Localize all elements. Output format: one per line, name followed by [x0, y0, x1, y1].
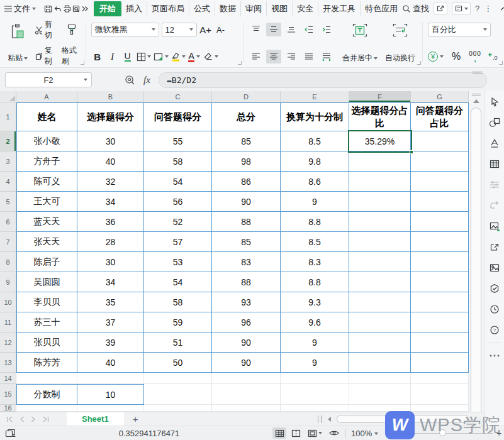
align-left-button[interactable] [249, 50, 264, 63]
cell-B10[interactable]: 35 [77, 292, 144, 312]
cell-E6[interactable]: 8.8 [281, 212, 349, 232]
italic-button[interactable]: I [106, 50, 119, 63]
cell-C1[interactable]: 问答题得分 [144, 102, 212, 131]
cell-G10[interactable] [411, 292, 469, 312]
cell-G11[interactable] [411, 312, 469, 333]
align-middle-button[interactable] [266, 23, 281, 36]
fill-color-button[interactable] [154, 50, 169, 63]
cell-F7[interactable] [349, 232, 411, 252]
insert-function-button[interactable]: fx [143, 75, 150, 85]
cell-D16[interactable] [212, 405, 281, 412]
zoom-level-button[interactable]: 100% [351, 429, 378, 438]
sliders-icon[interactable] [489, 179, 500, 190]
cell-C15[interactable] [144, 384, 212, 405]
distribute-button[interactable] [319, 50, 334, 63]
cell-C7[interactable]: 57 [144, 232, 212, 252]
first-sheet-icon[interactable] [6, 416, 13, 422]
scroll-left-arrow[interactable] [328, 417, 331, 422]
cell-F14[interactable] [349, 373, 411, 384]
row-header-10[interactable]: 10 [0, 292, 16, 312]
cell-E13[interactable]: 9 [281, 353, 349, 373]
cell-D11[interactable]: 96 [212, 312, 281, 333]
cell-D12[interactable]: 90 [212, 333, 281, 353]
highlight-color-button[interactable] [171, 50, 186, 63]
cell-E16[interactable] [281, 405, 349, 412]
formula-input[interactable]: =B2/D2 [159, 72, 487, 88]
row-header-14[interactable]: 14 [0, 373, 16, 384]
select-all-corner[interactable] [0, 91, 16, 102]
cell-F2[interactable]: 35.29% [349, 131, 411, 151]
row-header-13[interactable]: 13 [0, 353, 16, 373]
font-name-select[interactable]: 微软雅黑 [91, 23, 159, 37]
scroll-up-arrow[interactable] [473, 99, 479, 103]
save-template-button[interactable] [452, 3, 471, 15]
file-menu-button[interactable]: 文件 [13, 3, 37, 14]
cell-G12[interactable] [411, 333, 469, 353]
cell-B6[interactable]: 36 [77, 212, 144, 232]
comma-style-button[interactable]: 000, [469, 50, 481, 63]
cell-F3[interactable] [349, 151, 411, 172]
align-right-button[interactable] [284, 50, 299, 63]
cell-G15[interactable] [411, 384, 469, 405]
ribbon-tab-页面布局[interactable]: 页面布局 [147, 1, 189, 16]
reading-view-button[interactable] [327, 427, 341, 439]
grow-font-button[interactable]: A+ [199, 23, 212, 36]
ribbon-tab-视图[interactable]: 视图 [266, 1, 292, 16]
cell-C9[interactable]: 54 [144, 272, 212, 292]
cell-G8[interactable] [411, 252, 469, 272]
cell-B2[interactable]: 30 [77, 131, 144, 151]
redo-arrow-icon[interactable] [489, 200, 500, 211]
cell-F13[interactable] [349, 353, 411, 373]
bold-button[interactable]: B [91, 50, 104, 63]
column-header-G[interactable]: G [411, 91, 469, 102]
cell-D15[interactable] [212, 384, 281, 405]
cell-C11[interactable]: 59 [144, 312, 212, 333]
cell-B1[interactable]: 选择题得分 [77, 102, 144, 131]
ribbon-tab-开发工具[interactable]: 开发工具 [318, 1, 360, 16]
cell-E15[interactable] [281, 384, 349, 405]
cell-A3[interactable]: 方舟子 [16, 151, 77, 172]
print-preview-icon[interactable] [72, 3, 81, 15]
increase-indent-button[interactable] [319, 23, 334, 36]
cell-E7[interactable]: 8.5 [281, 232, 349, 252]
column-header-B[interactable]: B [77, 91, 144, 102]
row-header-4[interactable]: 4 [0, 172, 16, 192]
ribbon-tab-安全[interactable]: 安全 [292, 1, 318, 16]
cell-C14[interactable] [144, 373, 212, 384]
cell-C6[interactable]: 52 [144, 212, 212, 232]
column-header-C[interactable]: C [144, 91, 212, 102]
merge-center-button[interactable]: 合并居中 [340, 21, 379, 65]
cell-E10[interactable]: 9.3 [281, 292, 349, 312]
row-header-7[interactable]: 7 [0, 232, 16, 252]
cell-F11[interactable] [349, 312, 411, 333]
ribbon-tab-开始[interactable]: 开始 [94, 1, 121, 16]
next-sheet-icon[interactable] [31, 416, 36, 422]
share-icon[interactable] [489, 241, 500, 253]
cell-E8[interactable]: 8.3 [281, 252, 349, 272]
help-circle-icon[interactable]: ? [489, 324, 500, 336]
cell-A9[interactable]: 吴圆圆 [16, 272, 77, 292]
ribbon-tab-审阅[interactable]: 审阅 [240, 1, 266, 16]
select-cursor-icon[interactable] [489, 96, 500, 107]
history-icon[interactable] [489, 304, 500, 315]
cell-C16[interactable] [144, 405, 212, 412]
cell-D4[interactable]: 86 [212, 172, 281, 192]
cell-B13[interactable]: 40 [77, 353, 144, 373]
vertical-scroll-thumb[interactable] [471, 107, 481, 440]
cell-G1[interactable]: 问答题得分占比 [411, 102, 469, 131]
cell-F1[interactable]: 选择题得分占比 [349, 102, 411, 131]
share-button[interactable] [434, 3, 447, 15]
cell-C2[interactable]: 55 [144, 131, 212, 151]
cell-B15[interactable]: 10 [77, 384, 144, 405]
row-header-11[interactable]: 11 [0, 312, 16, 333]
cell-A1[interactable]: 姓名 [16, 102, 77, 131]
cell-A5[interactable]: 王大可 [16, 192, 77, 212]
cell-E12[interactable]: 9 [281, 333, 349, 353]
cell-G9[interactable] [411, 272, 469, 292]
cell-G6[interactable] [411, 212, 469, 232]
cell-F8[interactable] [349, 252, 411, 272]
justify-button[interactable] [301, 50, 316, 63]
row-header-2[interactable]: 2 [0, 131, 16, 151]
more-tools-icon[interactable] [489, 350, 500, 361]
cell-E3[interactable]: 9.8 [281, 151, 349, 172]
